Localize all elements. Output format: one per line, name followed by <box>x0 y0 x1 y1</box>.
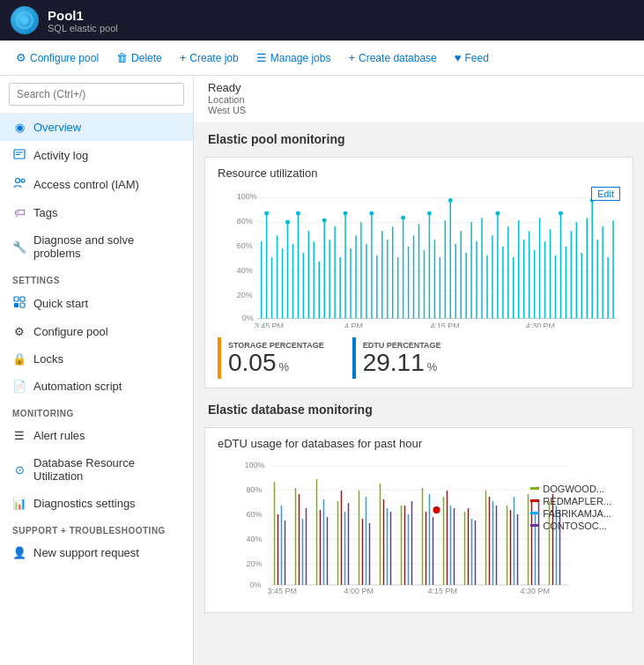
create-database-button[interactable]: + Create database <box>341 47 443 69</box>
resource-util-chart: 100% 80% 60% 40% 20% 0% <box>218 187 620 328</box>
search-box <box>0 76 193 114</box>
sidebar-item-tags[interactable]: 🏷 Tags <box>0 199 193 226</box>
sidebar-item-iam[interactable]: Access control (IAM) <box>0 170 193 199</box>
svg-point-92 <box>285 220 290 225</box>
plus-icon: + <box>180 51 187 64</box>
activity-log-icon <box>12 148 26 163</box>
svg-text:4:15 PM: 4:15 PM <box>430 321 459 328</box>
svg-point-100 <box>495 211 500 216</box>
status-location-label: Location <box>208 94 630 105</box>
sidebar: ◉ Overview Activity log Access control (… <box>0 76 194 665</box>
sidebar-item-locks[interactable]: 🔒 Locks <box>0 345 193 373</box>
svg-point-94 <box>322 218 327 223</box>
configure-pool-button[interactable]: ⚙ Configure pool <box>9 47 106 69</box>
app-logo <box>11 6 39 34</box>
pool-subtitle: SQL elastic pool <box>48 23 118 33</box>
svg-point-98 <box>427 211 432 216</box>
settings-section-label: SETTINGS <box>0 267 193 289</box>
svg-point-175 <box>433 506 440 514</box>
overview-icon: ◉ <box>12 121 26 134</box>
list-icon: ☰ <box>256 51 267 64</box>
pool-title: Pool1 <box>48 8 118 23</box>
svg-text:3:45 PM: 3:45 PM <box>255 321 284 328</box>
resource-util-chart-container: Edit 100% 80% 60% 40% 20% 0% <box>218 187 620 330</box>
metrics-row: STORAGE PERCENTAGE 0.05 % EDTU PERCENTAG… <box>218 337 620 379</box>
manage-jobs-button[interactable]: ☰ Manage jobs <box>249 47 338 69</box>
svg-text:4:30 PM: 4:30 PM <box>526 321 555 328</box>
legend-dogwood: DOGWOOD... <box>530 484 611 494</box>
legend-redmapler: REDMAPLER... <box>530 496 611 506</box>
sidebar-item-configure[interactable]: ⚙ Configure pool <box>0 318 193 345</box>
sidebar-item-quickstart[interactable]: Quick start <box>0 289 193 318</box>
configure-icon: ⚙ <box>16 51 26 64</box>
svg-text:60%: 60% <box>237 241 253 250</box>
edit-chart-button[interactable]: Edit <box>591 187 620 201</box>
edtu-unit: % <box>427 360 438 373</box>
svg-text:4:30 PM: 4:30 PM <box>521 587 551 594</box>
db-resource-icon: ⊙ <box>12 463 26 477</box>
automation-icon: 📄 <box>12 380 26 393</box>
contoso-color <box>530 524 539 527</box>
quickstart-icon <box>12 296 26 311</box>
heart-icon: ♥ <box>455 51 462 64</box>
svg-text:80%: 80% <box>247 485 263 494</box>
svg-text:20%: 20% <box>247 559 263 568</box>
fabrikam-color <box>530 512 539 514</box>
sidebar-item-support-request[interactable]: 👤 New support request <box>0 539 193 566</box>
svg-text:100%: 100% <box>245 461 265 469</box>
resource-util-title: Resource utilization <box>218 166 620 180</box>
legend-contoso: CONTOSOC... <box>530 521 611 531</box>
sidebar-item-overview[interactable]: ◉ Overview <box>0 114 193 141</box>
tags-icon: 🏷 <box>12 206 26 219</box>
plus2-icon: + <box>348 51 355 64</box>
sidebar-item-alert-rules[interactable]: ☰ Alert rules <box>0 422 193 449</box>
status-location-value: West US <box>208 105 630 115</box>
svg-text:4:00 PM: 4:00 PM <box>344 587 374 594</box>
toolbar: ⚙ Configure pool 🗑 Delete + Create job ☰… <box>0 41 644 76</box>
svg-text:40%: 40% <box>237 266 253 275</box>
elastic-pool-monitoring-title: Elastic pool monitoring <box>194 123 644 151</box>
feed-button[interactable]: ♥ Feed <box>448 47 496 69</box>
svg-rect-8 <box>20 297 25 301</box>
edtu-metric: EDTU PERCENTAGE 29.11 % <box>352 337 452 379</box>
svg-text:4 PM: 4 PM <box>344 321 363 328</box>
main-layout: ◉ Overview Activity log Access control (… <box>0 76 644 665</box>
svg-point-96 <box>369 211 374 216</box>
top-header: Pool1 SQL elastic pool <box>0 0 644 41</box>
svg-text:0%: 0% <box>242 314 254 322</box>
svg-text:4:15 PM: 4:15 PM <box>428 587 458 594</box>
sidebar-item-automation[interactable]: 📄 Automation script <box>0 373 193 400</box>
title-block: Pool1 SQL elastic pool <box>48 8 118 33</box>
resource-utilization-card: Resource utilization Edit 100% 80% 60% 4… <box>204 157 633 388</box>
svg-text:100%: 100% <box>237 192 257 201</box>
svg-text:80%: 80% <box>237 217 253 225</box>
svg-point-6 <box>21 179 25 182</box>
svg-rect-7 <box>14 297 19 301</box>
svg-point-91 <box>264 211 269 216</box>
svg-point-97 <box>401 216 405 220</box>
edtu-chart-container: DOGWOOD... REDMAPLER... FABRIKAMJA... CO… <box>218 457 620 596</box>
edtu-value: 29.11 <box>363 351 425 375</box>
create-job-button[interactable]: + Create job <box>173 47 246 69</box>
sidebar-item-activity-log[interactable]: Activity log <box>0 141 193 170</box>
sidebar-item-diagnostics[interactable]: 📊 Diagnostics settings <box>0 490 193 517</box>
svg-point-1 <box>21 17 28 24</box>
legend-fabrikam: FABRIKAMJA... <box>530 508 611 519</box>
sidebar-item-db-resource[interactable]: ⊙ Database Resource Utilization <box>0 449 193 490</box>
elastic-db-monitoring-title: Elastic database monitoring <box>194 394 644 422</box>
dogwood-color <box>530 487 539 490</box>
configure-sidebar-icon: ⚙ <box>12 325 26 338</box>
status-ready: Ready <box>208 81 630 94</box>
delete-button[interactable]: 🗑 Delete <box>109 47 169 69</box>
status-bar: Ready Location West US <box>194 76 644 123</box>
edtu-usage-card: eDTU usage for databases for past hour D… <box>204 427 633 613</box>
sidebar-item-diagnose[interactable]: 🔧 Diagnose and solve problems <box>0 226 193 267</box>
alert-rules-icon: ☰ <box>12 429 26 442</box>
content-area: Ready Location West US Elastic pool moni… <box>194 76 644 665</box>
storage-unit: % <box>279 360 290 373</box>
locks-icon: 🔒 <box>12 352 26 366</box>
diagnostics-icon: 📊 <box>12 497 26 510</box>
svg-text:40%: 40% <box>247 535 263 543</box>
search-input[interactable] <box>9 83 184 106</box>
svg-rect-10 <box>20 303 25 307</box>
